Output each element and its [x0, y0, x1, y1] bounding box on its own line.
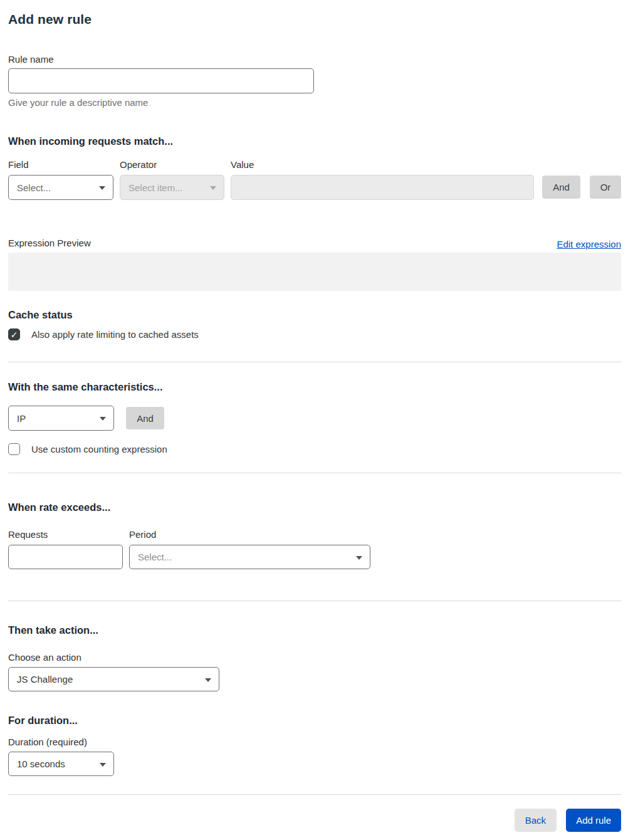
- section-divider: [8, 362, 621, 362]
- page-title: Add new rule: [8, 11, 621, 28]
- action-select-value: JS Challenge: [17, 674, 73, 685]
- and-button[interactable]: And: [542, 176, 580, 199]
- duration-label: Duration (required): [8, 736, 621, 748]
- rule-name-label: Rule name: [8, 53, 314, 66]
- rule-name-helper: Give your rule a descriptive name: [8, 97, 314, 108]
- period-column: Period Select...: [129, 528, 370, 569]
- cache-status-heading: Cache status: [8, 308, 621, 322]
- duration-select-value: 10 seconds: [17, 759, 65, 769]
- action-heading: Then take action...: [8, 623, 621, 637]
- cached-assets-checkbox-label: Also apply rate limiting to cached asset…: [31, 329, 199, 340]
- chevron-down-icon: [205, 678, 211, 682]
- value-input: [231, 175, 534, 200]
- expression-preview-box: [8, 253, 621, 291]
- duration-heading: For duration...: [8, 713, 621, 727]
- edit-expression-link[interactable]: Edit expression: [557, 239, 621, 249]
- choose-action-label: Choose an action: [8, 651, 621, 664]
- section-divider: [8, 601, 621, 601]
- duration-select[interactable]: 10 seconds: [8, 752, 114, 776]
- match-expression-row: Field Select... Operator Select item... …: [8, 159, 621, 200]
- operator-label: Operator: [120, 159, 224, 171]
- chevron-down-icon: [100, 417, 106, 421]
- chevron-down-icon: [210, 186, 216, 190]
- or-button[interactable]: Or: [590, 176, 621, 199]
- value-column: Value: [231, 159, 534, 200]
- counting-expression-row[interactable]: Use custom counting expression: [8, 443, 621, 455]
- chevron-down-icon: [356, 556, 362, 560]
- requests-column: Requests: [8, 528, 123, 569]
- characteristic-select[interactable]: IP: [8, 406, 114, 431]
- section-divider: [8, 473, 621, 473]
- add-rule-form: Add new rule Rule name Give your rule a …: [0, 0, 628, 840]
- rule-name-group: Rule name Give your rule a descriptive n…: [8, 53, 314, 108]
- period-select[interactable]: Select...: [129, 545, 370, 569]
- back-button[interactable]: Back: [515, 809, 557, 832]
- characteristics-and-button[interactable]: And: [126, 407, 164, 429]
- period-select-value: Select...: [138, 552, 172, 562]
- action-select[interactable]: JS Challenge: [8, 667, 219, 691]
- chevron-down-icon: [100, 763, 106, 767]
- add-rule-button[interactable]: Add rule: [566, 809, 621, 832]
- field-column: Field Select...: [8, 159, 113, 200]
- operator-select: Select item...: [120, 175, 224, 200]
- period-label: Period: [129, 528, 370, 541]
- characteristics-heading: With the same characteristics...: [8, 380, 621, 394]
- rule-name-input[interactable]: [8, 68, 314, 93]
- checkmark-icon: ✓: [11, 330, 18, 339]
- field-select[interactable]: Select...: [8, 175, 113, 200]
- chevron-down-icon: [99, 186, 105, 190]
- counting-expression-checkbox[interactable]: [8, 443, 20, 455]
- field-label: Field: [8, 159, 113, 171]
- cache-checkbox-row[interactable]: ✓ Also apply rate limiting to cached ass…: [8, 328, 621, 340]
- rate-row: Requests Period Select...: [8, 528, 621, 569]
- footer-divider: [8, 794, 621, 795]
- requests-label: Requests: [8, 528, 123, 541]
- characteristic-select-value: IP: [17, 413, 26, 424]
- operator-select-value: Select item...: [128, 182, 183, 193]
- match-section-heading: When incoming requests match...: [8, 134, 621, 148]
- field-select-value: Select...: [17, 182, 51, 193]
- operator-column: Operator Select item...: [120, 159, 224, 200]
- value-label: Value: [231, 159, 534, 171]
- characteristics-row: IP And: [8, 406, 621, 431]
- rate-heading: When rate exceeds...: [8, 500, 621, 514]
- expression-preview-header: Expression Preview Edit expression: [8, 237, 621, 249]
- requests-input[interactable]: [8, 545, 123, 569]
- expression-preview-label: Expression Preview: [8, 237, 91, 249]
- cached-assets-checkbox[interactable]: ✓: [8, 328, 20, 340]
- footer-actions: Back Add rule: [8, 809, 621, 832]
- counting-expression-label: Use custom counting expression: [31, 444, 167, 454]
